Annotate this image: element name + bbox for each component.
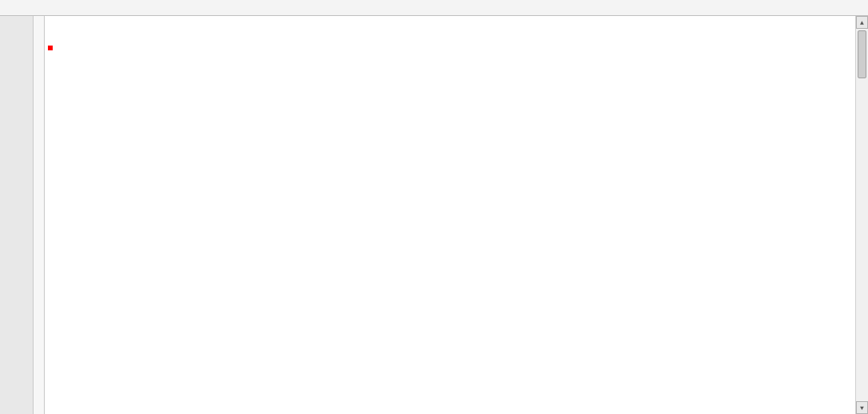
code-area[interactable] xyxy=(45,16,868,414)
scroll-down-button[interactable]: ▼ xyxy=(856,401,868,414)
line-number-gutter xyxy=(0,16,34,414)
editor xyxy=(0,16,868,414)
vertical-scrollbar[interactable]: ▲ ▼ xyxy=(855,16,868,414)
tab-bar xyxy=(0,0,868,16)
scroll-up-button[interactable]: ▲ xyxy=(856,16,868,29)
highlight-box xyxy=(48,46,53,50)
scroll-thumb[interactable] xyxy=(858,30,866,78)
fold-column xyxy=(34,16,45,414)
